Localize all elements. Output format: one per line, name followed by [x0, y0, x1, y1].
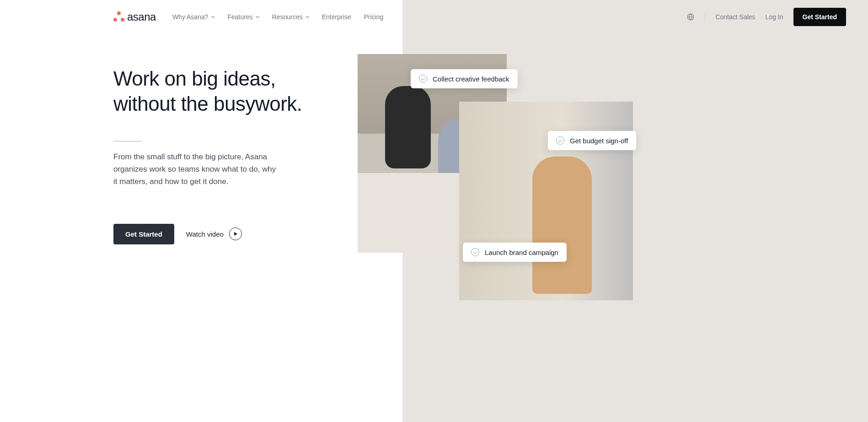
task-chip-budget: Get budget sign-off — [548, 131, 636, 150]
task-chip-feedback: Collect creative feedback — [411, 69, 518, 88]
chip-label: Get budget sign-off — [570, 137, 628, 145]
hero-copy: Work on big ideas, without the busywork.… — [113, 66, 333, 244]
chevron-down-icon — [305, 15, 309, 19]
headline-line: without the busywork. — [113, 92, 302, 115]
check-circle-icon — [556, 136, 564, 145]
login-link[interactable]: Log In — [766, 13, 783, 21]
top-nav: asana Why Asana? Features Resources Ente… — [0, 0, 868, 34]
chevron-down-icon — [211, 15, 215, 19]
headline-line: Work on big ideas, — [113, 67, 276, 90]
hero-image-stage — [358, 54, 641, 310]
logo-text: asana — [127, 11, 156, 23]
contact-sales-link[interactable]: Contact Sales — [715, 13, 755, 21]
nav-item-why[interactable]: Why Asana? — [172, 13, 215, 21]
cta-row: Get Started Watch video — [113, 224, 333, 244]
nav-label: Enterprise — [322, 13, 351, 21]
nav-item-enterprise[interactable]: Enterprise — [322, 13, 351, 21]
hero-headline: Work on big ideas, without the busywork. — [113, 66, 333, 116]
chip-label: Launch brand campaign — [485, 249, 558, 256]
globe-icon[interactable] — [686, 13, 695, 21]
nav-label: Resources — [272, 13, 303, 21]
task-chip-launch: Launch brand campaign — [463, 243, 567, 262]
divider — [705, 12, 705, 22]
nav-right: Contact Sales Log In Get Started — [686, 8, 846, 26]
chevron-down-icon — [256, 15, 259, 19]
watch-video-button[interactable]: Watch video — [186, 227, 242, 240]
check-circle-icon — [419, 75, 427, 83]
logo-icon — [113, 11, 124, 22]
watch-video-label: Watch video — [186, 230, 224, 238]
play-icon — [229, 227, 242, 240]
check-circle-icon — [471, 248, 479, 256]
hero-subhead: From the small stuff to the big picture,… — [113, 151, 278, 188]
nav-item-pricing[interactable]: Pricing — [364, 13, 383, 21]
get-started-nav-button[interactable]: Get Started — [793, 8, 846, 26]
divider — [113, 141, 141, 141]
get-started-hero-button[interactable]: Get Started — [113, 224, 174, 244]
nav-item-features[interactable]: Features — [228, 13, 259, 21]
nav-label: Pricing — [364, 13, 383, 21]
nav-label: Why Asana? — [172, 13, 209, 21]
nav-label: Features — [228, 13, 253, 21]
nav-item-resources[interactable]: Resources — [272, 13, 309, 21]
chip-label: Collect creative feedback — [433, 75, 509, 83]
logo[interactable]: asana — [113, 11, 156, 23]
nav-menu: Why Asana? Features Resources Enterprise… — [172, 13, 383, 21]
